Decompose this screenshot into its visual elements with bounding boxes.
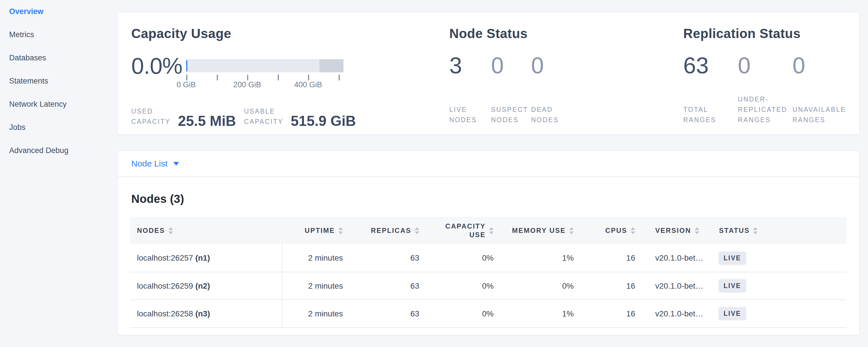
node-status-values: 3 0 0 bbox=[449, 54, 683, 77]
axis-label-400gib: 400 GiB bbox=[294, 81, 322, 89]
capacity-use-header-label: CAPACITY USE bbox=[445, 222, 486, 239]
memory-use-cell: 1% bbox=[494, 300, 574, 327]
node-list-dropdown[interactable]: Node List bbox=[131, 159, 167, 168]
uptime-header-label: UPTIME bbox=[305, 226, 335, 235]
sidebar-item-databases[interactable]: Databases bbox=[9, 54, 117, 62]
uptime-cell: 2 minutes bbox=[282, 300, 343, 327]
node-address: localhost:26257 bbox=[137, 253, 193, 262]
used-capacity-group: USED CAPACITY 25.5 MiB bbox=[131, 106, 236, 127]
sort-icon bbox=[338, 227, 343, 234]
live-nodes-count: 3 bbox=[449, 54, 491, 77]
replicas-cell: 63 bbox=[343, 300, 419, 327]
sidebar: Overview Metrics Databases Statements Ne… bbox=[0, 0, 117, 347]
nodes-table: NODES UPTIME REPLICAS CAPACITY USE MEMOR bbox=[130, 217, 846, 328]
sidebar-item-jobs[interactable]: Jobs bbox=[9, 123, 117, 131]
node-id: (n3) bbox=[195, 309, 210, 318]
status-badge: LIVE bbox=[718, 251, 746, 265]
column-header-replicas[interactable]: REPLICAS bbox=[343, 217, 419, 244]
live-nodes-label: LIVE NODES bbox=[449, 104, 491, 125]
capacity-bar-other-segment bbox=[319, 59, 343, 72]
status-badge: LIVE bbox=[718, 279, 746, 293]
node-status-title: Node Status bbox=[449, 26, 683, 41]
under-replicated-ranges-count: 0 bbox=[738, 54, 793, 77]
replication-status-title: Replication Status bbox=[683, 26, 859, 41]
column-header-capacity-use[interactable]: CAPACITY USE bbox=[419, 217, 494, 244]
sidebar-item-network-latency[interactable]: Network Latency bbox=[9, 100, 117, 108]
capacity-axis-ticks bbox=[186, 72, 343, 81]
capacity-gauge: 0.0% 0 GiB 200 GiB 400 GiB bbox=[131, 54, 449, 92]
capacity-percent: 0.0% bbox=[131, 54, 180, 92]
sort-icon bbox=[415, 227, 419, 234]
cpus-cell: 16 bbox=[574, 272, 635, 300]
version-cell: v20.1.0-bet… bbox=[635, 300, 717, 327]
column-header-version[interactable]: VERSION bbox=[635, 217, 717, 244]
used-capacity-value: 25.5 MiB bbox=[178, 115, 236, 127]
capacity-use-cell: 0% bbox=[419, 272, 494, 300]
sort-icon bbox=[631, 227, 635, 234]
replicas-cell: 63 bbox=[343, 272, 419, 300]
capacity-use-cell: 0% bbox=[419, 244, 494, 272]
capacity-bar-track bbox=[186, 59, 343, 72]
axis-label-0gib: 0 GiB bbox=[177, 81, 196, 89]
sort-icon bbox=[168, 227, 173, 234]
column-header-cpus[interactable]: CPUS bbox=[574, 217, 635, 244]
node-status-labels: LIVE NODES SUSPECT NODES DEAD NODES bbox=[449, 94, 683, 125]
replicas-header-label: REPLICAS bbox=[371, 226, 411, 235]
memory-use-header-label: MEMORY USE bbox=[512, 226, 566, 235]
table-row[interactable]: localhost:26257 (n1) 2 minutes 63 0% 1% … bbox=[130, 244, 846, 272]
axis-label-200gib: 200 GiB bbox=[233, 81, 261, 89]
cpus-cell: 16 bbox=[574, 244, 635, 272]
column-header-uptime[interactable]: UPTIME bbox=[282, 217, 343, 244]
node-id: (n1) bbox=[195, 253, 210, 262]
cpus-cell: 16 bbox=[574, 300, 635, 327]
capacity-summary: USED CAPACITY 25.5 MiB USABLE CAPACITY 5… bbox=[131, 106, 449, 127]
node-id: (n2) bbox=[195, 282, 210, 290]
version-cell: v20.1.0-bet… bbox=[635, 272, 717, 300]
capacity-bar-used-segment bbox=[186, 60, 187, 71]
node-address-cell: localhost:26258 (n3) bbox=[130, 300, 282, 327]
replication-status-panel: Replication Status 63 0 0 TOTAL RANGES U… bbox=[683, 26, 859, 134]
table-row[interactable]: localhost:26258 (n3) 2 minutes 63 0% 1% … bbox=[130, 300, 846, 327]
sort-icon bbox=[695, 227, 699, 234]
nodes-count-title: Nodes (3) bbox=[131, 192, 859, 206]
table-header-row: NODES UPTIME REPLICAS CAPACITY USE MEMOR bbox=[130, 217, 846, 244]
status-cell: LIVE bbox=[717, 300, 846, 327]
dead-nodes-count: 0 bbox=[531, 54, 544, 77]
column-header-memory-use[interactable]: MEMORY USE bbox=[494, 217, 574, 244]
capacity-usage-title: Capacity Usage bbox=[131, 26, 449, 41]
node-address-cell: localhost:26259 (n2) bbox=[130, 272, 282, 300]
dead-nodes-label: DEAD NODES bbox=[531, 104, 559, 125]
uptime-cell: 2 minutes bbox=[282, 272, 343, 300]
suspect-nodes-count: 0 bbox=[491, 54, 531, 77]
total-ranges-count: 63 bbox=[683, 54, 738, 77]
sidebar-item-statements[interactable]: Statements bbox=[9, 77, 117, 85]
suspect-nodes-label: SUSPECT NODES bbox=[491, 104, 531, 125]
cluster-summary-card: Capacity Usage 0.0% 0 GiB 200 GiB bbox=[117, 12, 860, 134]
main-content: Capacity Usage 0.0% 0 GiB 200 GiB bbox=[117, 0, 868, 347]
node-address-cell: localhost:26257 (n1) bbox=[130, 244, 282, 272]
replication-labels: TOTAL RANGES UNDER- REPLICATED RANGES UN… bbox=[683, 94, 859, 125]
column-header-status[interactable]: STATUS bbox=[717, 217, 846, 244]
under-replicated-ranges-label: UNDER- REPLICATED RANGES bbox=[738, 94, 793, 125]
capacity-bar-chart: 0 GiB 200 GiB 400 GiB bbox=[186, 54, 343, 92]
chevron-down-icon[interactable] bbox=[173, 162, 179, 166]
node-address: localhost:26258 bbox=[137, 309, 193, 318]
memory-use-cell: 1% bbox=[494, 244, 574, 272]
node-status-panel: Node Status 3 0 0 LIVE NODES SUSPECT NOD… bbox=[449, 26, 683, 134]
sort-icon bbox=[569, 227, 574, 234]
capacity-use-cell: 0% bbox=[419, 300, 494, 327]
unavailable-ranges-label: UNAVAILABLE RANGES bbox=[793, 104, 846, 125]
status-cell: LIVE bbox=[717, 272, 846, 300]
cpus-header-label: CPUS bbox=[605, 226, 627, 235]
table-row[interactable]: localhost:26259 (n2) 2 minutes 63 0% 0% … bbox=[130, 272, 846, 300]
sidebar-item-metrics[interactable]: Metrics bbox=[9, 31, 117, 39]
sort-icon bbox=[489, 227, 494, 234]
version-header-label: VERSION bbox=[655, 226, 691, 235]
sort-icon bbox=[753, 227, 757, 234]
memory-use-cell: 0% bbox=[494, 272, 574, 300]
unavailable-ranges-count: 0 bbox=[793, 54, 805, 77]
column-header-nodes[interactable]: NODES bbox=[130, 217, 282, 244]
node-address: localhost:26259 bbox=[137, 282, 193, 290]
sidebar-item-advanced-debug[interactable]: Advanced Debug bbox=[9, 147, 117, 155]
sidebar-item-overview[interactable]: Overview bbox=[9, 7, 117, 15]
